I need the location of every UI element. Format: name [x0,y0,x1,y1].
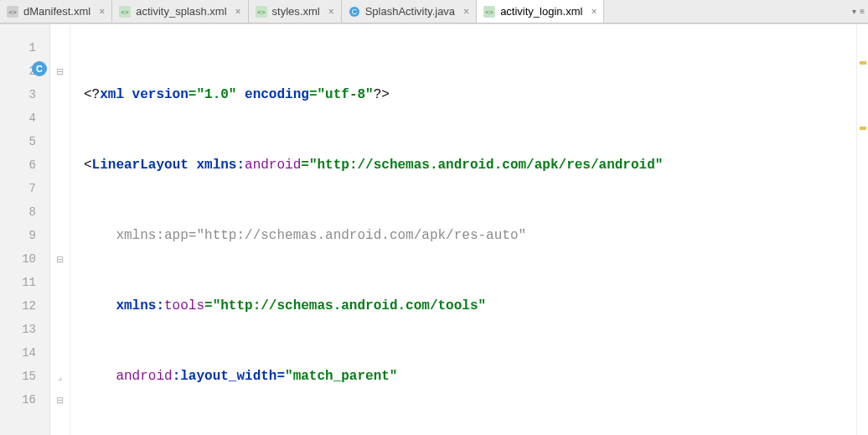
close-icon[interactable]: × [591,6,597,18]
code-text: tools [164,298,204,313]
line-number: 10 [0,247,49,271]
close-icon[interactable]: × [463,6,469,18]
svg-text:<>: <> [121,8,130,16]
code-text: "http://schemas.android.com/apk/res-auto… [196,228,526,243]
layout-file-icon: <> [256,6,267,18]
tab-manifest[interactable]: <> dManifest.xml × [0,0,112,23]
tab-label: activity_splash.xml [136,5,226,18]
line-number: 5 [0,130,49,153]
code-text: "http://schemas.android.com/tools" [213,298,486,313]
close-icon[interactable]: × [99,6,105,18]
line-number: 11 [0,271,49,294]
tab-activity-splash[interactable]: <> activity_splash.xml × [112,0,248,23]
warning-marker[interactable] [860,61,866,65]
code-text: <? [84,87,100,102]
tab-label: dManifest.xml [23,5,90,18]
code-text: LinearLayout [92,158,197,173]
svg-text:<>: <> [8,8,17,16]
line-number: 12 [0,294,49,318]
tab-options[interactable]: ▾ ≡ [849,0,868,23]
tab-label: styles.xml [272,5,320,18]
tab-styles[interactable]: <> styles.xml × [249,0,342,23]
line-number: 1 [0,36,49,60]
tab-label: SplashActivity.java [365,5,455,18]
line-number: 16 [0,388,49,412]
close-icon[interactable]: × [235,6,241,18]
code-text: xmlns: [116,298,164,313]
line-number: 9 [0,224,49,247]
code-text: xmlns: [116,228,164,243]
layout-file-icon: <> [483,6,495,18]
code-text: app [164,228,189,243]
fold-toggle[interactable]: ⊟ [50,388,70,412]
menu-icon: ≡ [860,7,865,16]
line-number: 15 [0,365,49,388]
line-number: 7 [0,177,49,200]
layout-file-icon: <> [119,6,131,18]
code-text: ?> [374,87,390,102]
close-icon[interactable]: × [328,6,334,18]
line-number: 13 [0,318,49,341]
line-number: 4 [0,106,49,130]
tab-label: activity_login.xml [500,5,582,18]
java-class-icon: C [349,6,360,18]
code-text: = [189,228,197,243]
badge-text: C [36,64,43,74]
code-text: = [189,87,197,102]
code-text: "http://schemas.android.com/apk/res/andr… [309,158,663,173]
line-number: 3 [0,83,49,106]
code-text: android [116,369,172,384]
code-text: = [204,298,213,313]
code-text: android [245,158,301,173]
code-area[interactable]: <?xml version="1.0" encoding="utf-8"?> <… [70,24,856,435]
line-number: 8 [0,200,49,224]
class-icon: C [32,61,47,76]
context-badge[interactable]: C [32,61,49,78]
code-text: xmlns: [196,158,245,173]
tab-bar: <> dManifest.xml × <> activity_splash.xm… [0,0,868,23]
editor: 1 2 3 4 5 6 7 8 9 10 11 12 13 14 15 16 C… [0,23,868,435]
tab-splash-activity-java[interactable]: C SplashActivity.java × [342,0,477,23]
fold-toggle[interactable]: ⊟ [50,247,70,271]
dropdown-icon: ▾ [852,7,856,16]
code-text: "match_parent" [285,369,397,384]
code-text: xml version [100,87,189,102]
line-number-gutter: 1 2 3 4 5 6 7 8 9 10 11 12 13 14 15 16 [0,24,50,435]
fold-end-icon: ⌟ [50,365,70,388]
warning-marker[interactable] [860,127,866,130]
line-number: 6 [0,153,49,177]
tab-activity-login[interactable]: <> activity_login.xml × [477,0,604,23]
line-number: 14 [0,341,49,365]
fold-toggle[interactable]: ⊟ [50,60,70,83]
svg-text:<>: <> [485,8,493,16]
error-stripe[interactable] [856,24,868,435]
fold-column: ⊟ ⊟ ⌟ ⊟ [50,24,70,435]
code-text: "1.0" [196,87,236,102]
code-text: "utf-8" [317,87,373,102]
xml-file-icon: <> [7,6,18,18]
svg-text:<>: <> [257,8,266,16]
code-text: < [84,158,92,173]
code-text: = [301,158,309,173]
code-text: encoding [245,87,309,102]
code-text [236,87,245,102]
svg-text:C: C [351,8,357,16]
code-text: :layout_width= [173,369,285,384]
